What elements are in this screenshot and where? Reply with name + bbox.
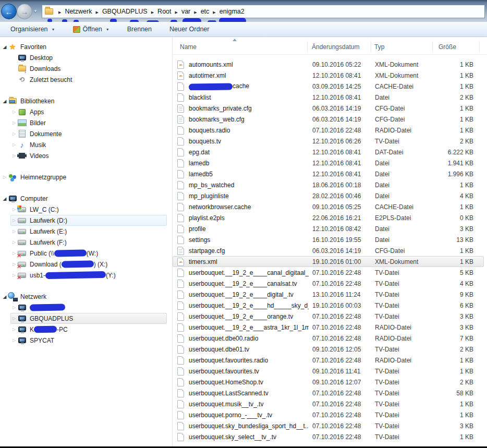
sidebar-item-laufwerk-f-[interactable]: ▷Laufwerk (F:) bbox=[10, 237, 167, 248]
sidebar-item-laufwerk-d-[interactable]: ▷Laufwerk (D:) bbox=[10, 215, 167, 226]
collapsed-arrow-icon[interactable]: ▷ bbox=[11, 327, 17, 332]
table-row[interactable]: userbouquet.porno_-___tv_.tv07.10.2016 2… bbox=[173, 409, 484, 420]
table-row[interactable]: settings16.10.2016 19:55Datei13 KB bbox=[173, 234, 484, 245]
table-row[interactable]: autotimer.xml12.10.2016 08:41XML-Dokumen… bbox=[173, 70, 484, 81]
table-row[interactable]: lamedb512.10.2016 08:41Datei1.996 KB bbox=[173, 168, 484, 179]
table-row[interactable]: userbouquet.musik__tv_.tv07.10.2016 22:4… bbox=[173, 398, 484, 409]
table-row[interactable]: userbouquet.HomeShop.tv09.10.2016 12:07T… bbox=[173, 377, 484, 388]
table-row[interactable]: userbouquet.__19_2_e____canal_digitaal_t… bbox=[173, 267, 484, 278]
collapsed-arrow-icon[interactable]: ▷ bbox=[11, 110, 17, 114]
sidebar-item-redacted[interactable]: ▷✕usb1- (Y:) bbox=[10, 270, 167, 281]
table-row[interactable]: userbouquet.__19_2_e____canalsat.tv07.10… bbox=[173, 278, 484, 289]
table-row[interactable]: mp_bs_watched18.06.2016 00:18Datei1 KB bbox=[173, 179, 484, 190]
table-row[interactable]: userbouquet.favourites.radio07.10.2016 2… bbox=[173, 355, 484, 366]
sidebar-item-computer[interactable]: ◢Computer bbox=[1, 193, 167, 204]
table-row[interactable]: timers.xml19.10.2016 01:00XML-Dokument1 … bbox=[173, 256, 484, 267]
table-row[interactable]: automounts.xml09.10.2016 05:22XML-Dokume… bbox=[173, 59, 484, 70]
sidebar-item-redacted[interactable]: ▷✕Public (\\ (W:) bbox=[10, 248, 167, 259]
table-row[interactable]: epg.dat12.10.2016 08:41DAT-Datei6.222 KB bbox=[173, 147, 484, 158]
expanded-arrow-icon[interactable]: ◢ bbox=[2, 196, 8, 201]
sidebar-item-spycat[interactable]: ▷SPYCAT bbox=[10, 335, 167, 346]
sidebar-item-lw-c-c-[interactable]: ▷LW_C (C:) bbox=[10, 204, 167, 215]
collapsed-arrow-icon[interactable]: ▷ bbox=[11, 229, 17, 234]
breadcrumb-item[interactable]: enigma2 bbox=[219, 7, 245, 16]
sidebar-item-redacted[interactable]: ▷ bbox=[10, 302, 167, 313]
sidebar-item-redacted[interactable]: ▷K-PC bbox=[10, 324, 167, 335]
sidebar-item-redacted[interactable]: ▷✕Download () (X:) bbox=[10, 259, 167, 270]
table-row[interactable]: bouquets.tv12.10.2016 06:26TV-Datei2 KB bbox=[173, 136, 484, 147]
back-button[interactable]: ← bbox=[1, 4, 17, 19]
sort-ascending-icon bbox=[233, 39, 237, 41]
sidebar-item-bibliotheken[interactable]: ◢Bibliotheken bbox=[1, 95, 167, 106]
table-row[interactable]: userbouquet.__19_2_e___astra_1kr_1l_1m_.… bbox=[173, 322, 484, 333]
column-resize-handle[interactable] bbox=[371, 41, 371, 53]
table-row[interactable]: bouquets.radio07.10.2016 22:48RADIO-Date… bbox=[173, 125, 484, 136]
collapsed-arrow-icon[interactable]: ▷ bbox=[2, 175, 8, 179]
sidebar-item-dokumente[interactable]: ▷Dokumente bbox=[10, 128, 167, 139]
sidebar-item-netzwerk[interactable]: ◢Netzwerk bbox=[1, 291, 167, 302]
column-header-type[interactable]: Typ bbox=[374, 43, 384, 51]
breadcrumb-item[interactable]: GBQUADPLUS bbox=[102, 7, 148, 16]
breadcrumb-item[interactable]: etc bbox=[200, 7, 210, 16]
sidebar-item-desktop[interactable]: Desktop bbox=[10, 52, 167, 63]
table-row[interactable]: profile12.10.2016 08:42Datei3 KB bbox=[173, 223, 484, 234]
sidebar-item-zuletzt-besucht[interactable]: Zuletzt besucht bbox=[10, 74, 167, 85]
table-row[interactable]: userbouquet.__19_2_e____digital_.tv13.10… bbox=[173, 289, 484, 300]
table-row[interactable]: userbouquet.LastScanned.tv07.10.2016 22:… bbox=[173, 388, 484, 398]
sidebar-item-favoriten[interactable]: ◢Favoriten bbox=[1, 41, 167, 52]
breadcrumb-item[interactable]: var bbox=[181, 7, 191, 16]
table-row[interactable]: playlist.e2pls22.06.2016 16:21E2PLS-Date… bbox=[173, 212, 484, 223]
toolbar-button-brennen[interactable]: Brennen bbox=[122, 23, 157, 35]
toolbar-button--ffnen[interactable]: Öffnen▼ bbox=[68, 23, 115, 35]
table-row[interactable]: userbouquet.sky_select__tv_.tv07.10.2016… bbox=[173, 431, 484, 442]
collapsed-arrow-icon[interactable]: ▷ bbox=[11, 338, 17, 343]
collapsed-arrow-icon[interactable]: ▷ bbox=[11, 142, 17, 147]
expanded-arrow-icon[interactable]: ◢ bbox=[2, 294, 8, 299]
table-row[interactable]: cache03.09.2016 14:25CACHE-Datei1 KB bbox=[173, 81, 484, 92]
expanded-arrow-icon[interactable]: ◢ bbox=[2, 44, 8, 50]
table-row[interactable]: userbouquet.__19_2_e____orange.tv07.10.2… bbox=[173, 311, 484, 322]
sidebar-item-downloads[interactable]: ↓Downloads bbox=[10, 63, 167, 74]
collapsed-arrow-icon[interactable]: ▷ bbox=[11, 316, 17, 321]
table-row[interactable]: userbouquet.__19_2_e____hd_____sky_d___.… bbox=[173, 300, 484, 311]
table-row[interactable]: blacklist12.10.2016 08:41Datei2 KB bbox=[173, 92, 484, 103]
sidebar-item-videos[interactable]: ▷Videos bbox=[10, 150, 167, 161]
collapsed-arrow-icon[interactable]: ▷ bbox=[11, 120, 17, 125]
sidebar-item-musik[interactable]: ▷Musik bbox=[10, 139, 167, 150]
column-resize-handle[interactable] bbox=[307, 41, 308, 53]
collapsed-arrow-icon[interactable]: ▷ bbox=[11, 153, 17, 158]
breadcrumb-item[interactable]: Root bbox=[157, 7, 172, 16]
history-dropdown-icon[interactable]: ▼ bbox=[33, 9, 38, 14]
expanded-arrow-icon[interactable]: ◢ bbox=[2, 99, 8, 104]
column-resize-handle[interactable] bbox=[479, 41, 480, 53]
collapsed-arrow-icon[interactable]: ▷ bbox=[11, 207, 17, 212]
sidebar-item-heimnetzgruppe[interactable]: ▷Heimnetzgruppe bbox=[1, 172, 167, 183]
forward-button[interactable]: → bbox=[17, 4, 32, 19]
column-resize-handle[interactable] bbox=[432, 41, 433, 53]
collapsed-arrow-icon[interactable]: ▷ bbox=[11, 218, 17, 223]
column-header-name[interactable]: Name bbox=[180, 43, 197, 51]
table-row[interactable]: bookmarks_web.cfg06.03.2016 14:19CFG-Dat… bbox=[173, 114, 484, 125]
column-header-size[interactable]: Größe bbox=[439, 43, 456, 51]
column-header-date[interactable]: Änderungsdatum bbox=[312, 43, 359, 51]
sidebar-item-bilder[interactable]: ▷Bilder bbox=[10, 117, 167, 128]
table-row[interactable]: userbouquet.dbe01.tv09.10.2016 12:05TV-D… bbox=[173, 344, 484, 355]
table-row[interactable]: userbouquet.favourites.tv09.10.2016 11:4… bbox=[173, 366, 484, 377]
sidebar-item-gbquadplus[interactable]: ▷GBQUADPLUS bbox=[10, 313, 167, 324]
table-row[interactable]: lamedb12.10.2016 08:41Datei1.941 KB bbox=[173, 158, 484, 168]
toolbar-button-neuer-ordner[interactable]: Neuer Ordner bbox=[164, 23, 214, 35]
table-row[interactable]: userbouquet.dbe00.radio07.10.2016 22:48R… bbox=[173, 333, 484, 344]
collapsed-arrow-icon[interactable]: ▷ bbox=[11, 305, 17, 310]
toolbar-button-organisieren[interactable]: Organisieren▼ bbox=[5, 23, 60, 35]
sidebar-item-laufwerk-e-[interactable]: ▷Laufwerk (E:) bbox=[10, 226, 167, 237]
table-row[interactable]: networkbrowser.cache09.10.2016 05:25CACH… bbox=[173, 201, 484, 212]
table-row[interactable]: bookmarks_private.cfg06.03.2016 14:19CFG… bbox=[173, 103, 484, 114]
sidebar-item-apps[interactable]: ▷Apps bbox=[10, 106, 167, 117]
collapsed-arrow-icon[interactable]: ▷ bbox=[11, 131, 17, 136]
table-row[interactable]: userbouquet.sky_bundesliga_sport_hd__t..… bbox=[173, 420, 484, 431]
table-row[interactable]: mp_pluginliste28.02.2016 00:46Datei4 KB bbox=[173, 190, 484, 201]
address-bar[interactable]: ▶Netzwerk▶GBQUADPLUS▶Root▶var▶etc▶enigma… bbox=[42, 5, 485, 18]
breadcrumb-item[interactable]: Netzwerk bbox=[64, 7, 92, 16]
collapsed-arrow-icon[interactable]: ▷ bbox=[11, 240, 17, 245]
table-row[interactable]: startpage.cfg06.03.2016 14:19CFG-Datei1 … bbox=[173, 245, 484, 256]
